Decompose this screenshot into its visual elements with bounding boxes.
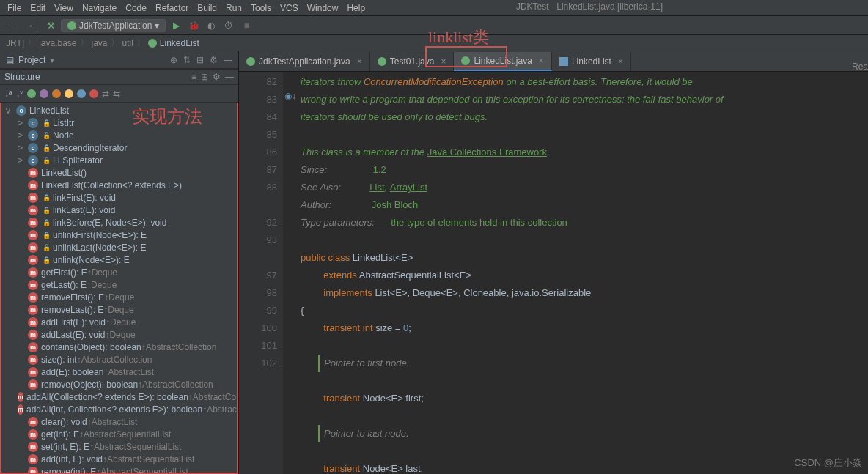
autoscroll-from-icon[interactable]: ⇆ xyxy=(113,89,120,99)
debug-icon[interactable]: 🐞 xyxy=(186,18,201,33)
sort-icon[interactable]: ≡ xyxy=(191,72,196,82)
filter-lambda-icon[interactable] xyxy=(77,89,86,98)
filter-properties-icon[interactable] xyxy=(40,89,48,98)
menu-tools[interactable]: Tools xyxy=(246,3,276,13)
class-icon: c xyxy=(16,105,26,116)
lock-icon: 🔒 xyxy=(41,255,51,265)
tree-row[interactable]: msize(): int ↑AbstractCollection xyxy=(1,353,237,366)
tree-label: unlink(Node<E>): E xyxy=(53,255,130,265)
menu-refactor[interactable]: Refactor xyxy=(151,3,193,13)
menu-edit[interactable]: Edit xyxy=(26,3,50,13)
filter-fields-icon[interactable] xyxy=(27,89,36,98)
sort-alpha-icon[interactable]: ↓ª xyxy=(4,89,12,99)
breadcrumb-seg[interactable]: JRT] xyxy=(6,38,24,48)
lock-icon: 🔒 xyxy=(41,118,51,128)
filter-icon[interactable]: ⊞ xyxy=(201,72,208,82)
tree-row[interactable]: m🔒unlinkLast(Node<E>): E xyxy=(1,241,237,253)
gear-icon[interactable]: ⚙ xyxy=(213,72,221,82)
tree-row[interactable]: mget(int): E ↑AbstractSequentialList xyxy=(1,428,237,440)
tree-label: remove(int): E xyxy=(41,467,96,475)
tree-row[interactable]: maddFirst(E): void ↑Deque xyxy=(1,316,237,328)
method-icon: m xyxy=(28,255,38,265)
override-icon[interactable]: ◉↓ xyxy=(284,91,296,101)
tree-row[interactable]: >c🔒DescendingIterator xyxy=(1,141,237,154)
tree-row[interactable]: m🔒unlink(Node<E>): E xyxy=(1,253,237,266)
tree-row[interactable]: mremoveFirst(): E ↑Deque xyxy=(1,291,237,303)
editor-tab[interactable]: LinkedList× xyxy=(552,52,631,71)
class-icon xyxy=(148,39,157,48)
stop-icon[interactable]: ■ xyxy=(239,18,254,33)
tree-row[interactable]: m🔒linkFirst(E): void xyxy=(1,191,237,204)
menu-build[interactable]: Build xyxy=(193,3,221,13)
menu-help[interactable]: Help xyxy=(342,3,369,13)
tree-row[interactable]: maddAll(int, Collection<? extends E>): b… xyxy=(1,403,237,415)
method-icon: m xyxy=(28,218,38,228)
menu-code[interactable]: Code xyxy=(121,3,151,13)
tree-row[interactable]: maddAll(Collection<? extends E>): boolea… xyxy=(1,390,237,403)
tree-row[interactable]: mremove(int): E ↑AbstractSequentialList xyxy=(1,465,237,474)
structure-tree[interactable]: vcLinkedList>c🔒ListItr>c🔒Node>c🔒Descendi… xyxy=(0,103,238,474)
tree-origin: ↑Deque xyxy=(104,292,134,303)
tree-row[interactable]: maddLast(E): void ↑Deque xyxy=(1,328,237,341)
locate-icon[interactable]: ⊕ xyxy=(170,55,177,65)
run-config-dropdown[interactable]: JdkTestApplication▾ xyxy=(61,19,166,32)
tree-row[interactable]: mgetFirst(): E ↑Deque xyxy=(1,266,237,278)
back-icon[interactable]: ← xyxy=(4,18,19,33)
method-icon: m xyxy=(28,467,38,475)
breadcrumb-seg[interactable]: util xyxy=(122,38,133,48)
menu-vcs[interactable]: VCS xyxy=(276,3,303,13)
tree-row[interactable]: mgetLast(): E ↑Deque xyxy=(1,278,237,291)
tree-row[interactable]: m🔒linkLast(E): void xyxy=(1,204,237,216)
watermark: CSDN @庄小焱 xyxy=(794,456,862,470)
menu-navigate[interactable]: Navigate xyxy=(78,3,121,13)
menu-window[interactable]: Window xyxy=(303,3,343,13)
tree-row[interactable]: madd(E): boolean ↑AbstractList xyxy=(1,366,237,378)
gear-icon[interactable]: ⚙ xyxy=(210,55,218,65)
sort-visibility-icon[interactable]: ↓ᵛ xyxy=(15,89,23,99)
close-icon[interactable]: × xyxy=(357,56,362,67)
tree-row[interactable]: mLinkedList() xyxy=(1,166,237,179)
menu-view[interactable]: View xyxy=(50,3,78,13)
method-icon: m xyxy=(28,292,38,303)
breadcrumb-seg[interactable]: java.base xyxy=(39,38,76,48)
tree-row[interactable]: mset(int, E): E ↑AbstractSequentialList xyxy=(1,440,237,453)
autoscroll-icon[interactable]: ⇄ xyxy=(102,89,109,99)
tree-label: Node xyxy=(53,130,74,141)
close-icon[interactable]: × xyxy=(618,56,623,67)
hide-icon[interactable]: — xyxy=(224,55,232,65)
hide-icon[interactable]: — xyxy=(225,72,234,82)
method-icon: m xyxy=(28,342,38,352)
collapse-icon[interactable]: ⊟ xyxy=(196,55,204,65)
tree-label: removeFirst(): E xyxy=(41,292,104,303)
tree-row[interactable]: mremove(Object): boolean ↑AbstractCollec… xyxy=(1,378,237,390)
hammer-icon[interactable]: ⚒ xyxy=(43,18,58,33)
forward-icon[interactable]: → xyxy=(22,18,37,33)
tree-row[interactable]: mclear(): void ↑AbstractList xyxy=(1,415,237,428)
code-area[interactable]: iterators throw ConcurrentModificationEx… xyxy=(283,72,868,474)
filter-inherited-icon[interactable] xyxy=(52,89,61,98)
breadcrumb-current: LinkedList xyxy=(160,38,199,48)
close-icon[interactable]: × xyxy=(539,56,544,66)
filter-nonpublic-icon[interactable] xyxy=(89,89,98,98)
tree-row[interactable]: m🔒unlinkFirst(Node<E>): E xyxy=(1,229,237,241)
menu-run[interactable]: Run xyxy=(221,3,246,13)
breadcrumb-seg[interactable]: java xyxy=(92,38,108,48)
tree-label: addAll(int, Collection<? extends E>): bo… xyxy=(26,404,202,415)
tree-row[interactable]: m🔒linkBefore(E, Node<E>): void xyxy=(1,216,237,229)
tree-row[interactable]: mcontains(Object): boolean ↑AbstractColl… xyxy=(1,341,237,353)
tree-row[interactable]: mLinkedList(Collection<? extends E>) xyxy=(1,179,237,191)
editor-tab[interactable]: JdkTestApplication.java× xyxy=(239,52,370,71)
run-icon[interactable]: ▶ xyxy=(169,18,183,33)
menu-file[interactable]: File xyxy=(3,3,26,13)
tree-row[interactable]: mremoveLast(): E ↑Deque xyxy=(1,303,237,316)
annotation-label-1: linklist类 xyxy=(428,26,489,48)
expand-icon[interactable]: ⇅ xyxy=(183,55,191,65)
filter-anon-icon[interactable] xyxy=(65,89,73,98)
profile-icon[interactable]: ⏱ xyxy=(221,18,236,33)
tree-row[interactable]: >c🔒LLSpliterator xyxy=(1,154,237,166)
tree-row[interactable]: madd(int, E): void ↑AbstractSequentialLi… xyxy=(1,453,237,465)
tree-label: linkFirst(E): void xyxy=(53,193,116,203)
tree-row[interactable]: >c🔒Node xyxy=(1,129,237,141)
tree-label: getLast(): E xyxy=(41,280,87,290)
coverage-icon[interactable]: ◐ xyxy=(204,18,218,33)
